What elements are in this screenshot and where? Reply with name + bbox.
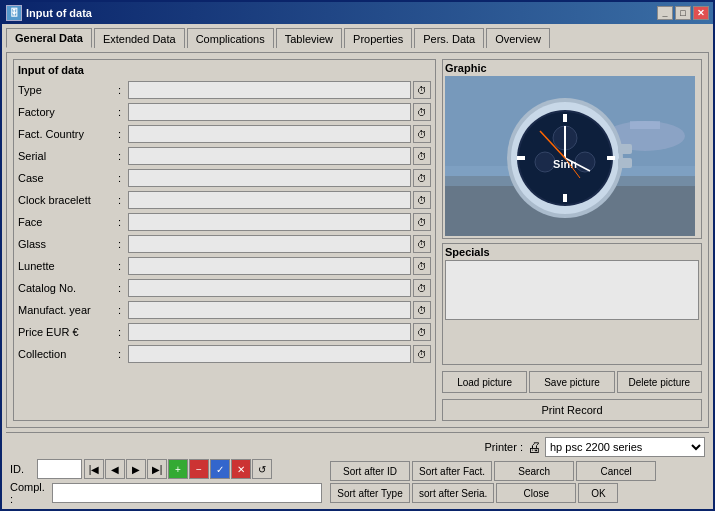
field-btn-2[interactable]: ⏱ xyxy=(413,125,431,143)
tab-persdata[interactable]: Pers. Data xyxy=(414,28,484,48)
tab-overview[interactable]: Overview xyxy=(486,28,550,48)
save-picture-button[interactable]: Save picture xyxy=(529,371,614,393)
field-row-12: Collection:⏱ xyxy=(18,344,431,364)
field-btn-5[interactable]: ⏱ xyxy=(413,191,431,209)
picture-buttons: Load picture Save picture Delete picture xyxy=(442,371,702,393)
field-btn-1[interactable]: ⏱ xyxy=(413,103,431,121)
svg-rect-7 xyxy=(618,144,632,154)
field-row-3: Serial:⏱ xyxy=(18,146,431,166)
close-button[interactable]: ✕ xyxy=(693,6,709,20)
section-title: Input of data xyxy=(18,64,431,76)
field-input-5[interactable] xyxy=(128,191,411,209)
compl-input[interactable] xyxy=(52,483,322,503)
sort-id-button[interactable]: Sort after ID xyxy=(330,461,410,481)
maximize-button[interactable]: □ xyxy=(675,6,691,20)
field-row-1: Factory:⏱ xyxy=(18,102,431,122)
field-input-0[interactable] xyxy=(128,81,411,99)
graphic-section: Graphic xyxy=(442,59,702,239)
tab-properties[interactable]: Properties xyxy=(344,28,412,48)
field-colon-6: : xyxy=(118,216,128,228)
load-picture-button[interactable]: Load picture xyxy=(442,371,527,393)
window-content: General Data Extended Data Complications… xyxy=(2,24,713,509)
id-label: ID. xyxy=(10,463,35,475)
ok-button[interactable]: OK xyxy=(578,483,618,503)
input-section: Input of data Type:⏱Factory:⏱Fact. Count… xyxy=(13,59,436,421)
field-label-10: Manufact. year xyxy=(18,304,118,316)
field-input-7[interactable] xyxy=(128,235,411,253)
field-input-9[interactable] xyxy=(128,279,411,297)
nav-delete[interactable]: − xyxy=(189,459,209,479)
tab-extended[interactable]: Extended Data xyxy=(94,28,185,48)
print-record-button[interactable]: Print Record xyxy=(442,399,702,421)
field-input-8[interactable] xyxy=(128,257,411,275)
sort-fact-button[interactable]: Sort after Fact. xyxy=(412,461,492,481)
sort-type-button[interactable]: Sort after Type xyxy=(330,483,410,503)
nav-confirm[interactable]: ✓ xyxy=(210,459,230,479)
field-btn-3[interactable]: ⏱ xyxy=(413,147,431,165)
field-colon-3: : xyxy=(118,150,128,162)
window-title: Input of data xyxy=(26,7,92,19)
nav-last[interactable]: ▶| xyxy=(147,459,167,479)
nav-cancel[interactable]: ✕ xyxy=(231,459,251,479)
search-button[interactable]: Search xyxy=(494,461,574,481)
field-input-10[interactable] xyxy=(128,301,411,319)
field-input-4[interactable] xyxy=(128,169,411,187)
field-label-1: Factory xyxy=(18,106,118,118)
field-label-6: Face xyxy=(18,216,118,228)
field-btn-4[interactable]: ⏱ xyxy=(413,169,431,187)
field-row-6: Face:⏱ xyxy=(18,212,431,232)
field-label-2: Fact. Country xyxy=(18,128,118,140)
compl-label: Compl. : xyxy=(10,481,50,505)
nav-prev[interactable]: ◀ xyxy=(105,459,125,479)
field-colon-1: : xyxy=(118,106,128,118)
nav-first[interactable]: |◀ xyxy=(84,459,104,479)
printer-row: Printer : 🖨 hp psc 2200 series xyxy=(6,437,709,457)
svg-point-12 xyxy=(535,152,555,172)
minimize-button[interactable]: _ xyxy=(657,6,673,20)
tab-general[interactable]: General Data xyxy=(6,28,92,48)
field-input-2[interactable] xyxy=(128,125,411,143)
compl-row: Compl. : xyxy=(10,481,322,505)
printer-select[interactable]: hp psc 2200 series xyxy=(545,437,705,457)
app-icon: 🗄 xyxy=(6,5,22,21)
title-bar: 🗄 Input of data _ □ ✕ xyxy=(2,2,713,24)
fields-container: Type:⏱Factory:⏱Fact. Country:⏱Serial:⏱Ca… xyxy=(18,80,431,364)
field-btn-7[interactable]: ⏱ xyxy=(413,235,431,253)
field-label-3: Serial xyxy=(18,150,118,162)
field-input-6[interactable] xyxy=(128,213,411,231)
field-input-1[interactable] xyxy=(128,103,411,121)
field-btn-12[interactable]: ⏱ xyxy=(413,345,431,363)
id-input[interactable] xyxy=(37,459,82,479)
field-label-8: Lunette xyxy=(18,260,118,272)
field-btn-11[interactable]: ⏱ xyxy=(413,323,431,341)
field-label-9: Catalog No. xyxy=(18,282,118,294)
field-input-12[interactable] xyxy=(128,345,411,363)
sort-serial-button[interactable]: sort after Seria. xyxy=(412,483,494,503)
field-colon-5: : xyxy=(118,194,128,206)
id-row: ID. |◀ ◀ ▶ ▶| + − ✓ ✕ ↺ xyxy=(10,459,322,479)
field-row-8: Lunette:⏱ xyxy=(18,256,431,276)
field-row-11: Price EUR €:⏱ xyxy=(18,322,431,342)
svg-rect-4 xyxy=(630,121,660,129)
field-btn-6[interactable]: ⏱ xyxy=(413,213,431,231)
field-label-7: Glass xyxy=(18,238,118,250)
tab-complications[interactable]: Complications xyxy=(187,28,274,48)
close-button[interactable]: Close xyxy=(496,483,576,503)
printer-label: Printer : xyxy=(484,441,523,453)
nav-next[interactable]: ▶ xyxy=(126,459,146,479)
tab-tableview[interactable]: Tableview xyxy=(276,28,342,48)
field-input-3[interactable] xyxy=(128,147,411,165)
field-btn-10[interactable]: ⏱ xyxy=(413,301,431,319)
field-btn-0[interactable]: ⏱ xyxy=(413,81,431,99)
cancel-button[interactable]: Cancel xyxy=(576,461,656,481)
specials-section: Specials xyxy=(442,243,702,365)
field-label-4: Case xyxy=(18,172,118,184)
nav-refresh[interactable]: ↺ xyxy=(252,459,272,479)
field-btn-8[interactable]: ⏱ xyxy=(413,257,431,275)
specials-textarea[interactable] xyxy=(445,260,699,320)
delete-picture-button[interactable]: Delete picture xyxy=(617,371,702,393)
field-btn-9[interactable]: ⏱ xyxy=(413,279,431,297)
field-row-0: Type:⏱ xyxy=(18,80,431,100)
nav-add[interactable]: + xyxy=(168,459,188,479)
field-input-11[interactable] xyxy=(128,323,411,341)
